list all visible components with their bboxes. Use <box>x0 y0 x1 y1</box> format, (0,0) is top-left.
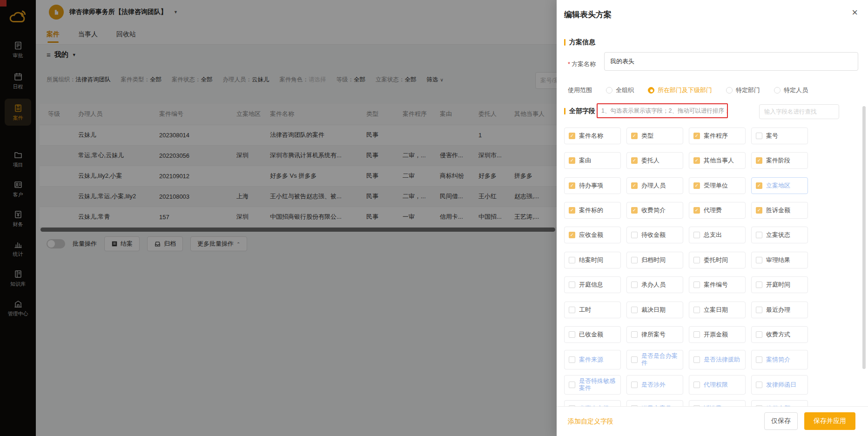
filter-value[interactable]: 全部 <box>354 76 365 83</box>
field-option-已收金额[interactable]: 已收金额 <box>564 326 621 343</box>
field-option-委托时间[interactable]: 委托时间 <box>689 252 746 268</box>
checkbox-icon[interactable] <box>693 356 700 363</box>
checkbox-icon[interactable] <box>569 382 575 388</box>
field-option-案件标的[interactable]: ✓案件标的 <box>564 202 621 219</box>
scope-radio-所在部门及下级部门[interactable]: 所在部门及下级部门 <box>648 86 712 94</box>
filter-value[interactable]: 全部 <box>201 76 213 83</box>
checkbox-icon[interactable]: ✓ <box>756 207 762 214</box>
app-logo-cloud-icon[interactable] <box>0 8 36 28</box>
checkbox-icon[interactable] <box>693 382 700 388</box>
field-option-案件程序[interactable]: ✓案件程序 <box>689 127 746 144</box>
field-option-是否法律援助[interactable]: 是否法律援助 <box>689 350 746 369</box>
batch-toggle[interactable] <box>47 239 65 248</box>
checkbox-icon[interactable]: ✓ <box>693 182 700 189</box>
field-option-最近办理[interactable]: 最近办理 <box>751 302 808 318</box>
field-option-代理费[interactable]: ✓代理费 <box>689 202 746 219</box>
plan-name-input[interactable] <box>604 52 858 71</box>
checkbox-icon[interactable]: ✓ <box>569 182 575 189</box>
checkbox-icon[interactable] <box>631 331 638 338</box>
field-option-开庭信息[interactable]: 开庭信息 <box>564 276 621 293</box>
field-option-承办人员[interactable]: 承办人员 <box>626 276 683 293</box>
checkbox-icon[interactable] <box>756 257 762 263</box>
checkbox-icon[interactable]: ✓ <box>569 207 575 214</box>
field-option-结案时间[interactable]: 结案时间 <box>564 252 621 268</box>
checkbox-icon[interactable]: ✓ <box>631 133 638 139</box>
checkbox-icon[interactable] <box>569 356 575 363</box>
filter-value[interactable]: 云妹儿 <box>252 76 269 83</box>
field-option-案件名称[interactable]: ✓案件名称 <box>564 127 621 144</box>
checkbox-icon[interactable] <box>569 282 575 288</box>
checkbox-icon[interactable]: ✓ <box>569 133 575 139</box>
checkbox-icon[interactable] <box>756 133 762 139</box>
sidebar-item-客户[interactable]: 客户 <box>5 175 31 202</box>
filter-value[interactable]: 全部 <box>405 76 417 83</box>
sidebar-item-财务[interactable]: 财务 <box>5 205 31 232</box>
checkbox-icon[interactable]: ✓ <box>569 157 575 164</box>
more-batch-actions-button[interactable]: 更多批量操作 ⌃ <box>190 236 247 251</box>
field-option-其他当事人[interactable]: ✓其他当事人 <box>689 152 746 169</box>
checkbox-icon[interactable] <box>693 232 700 238</box>
checkbox-icon[interactable] <box>693 257 700 263</box>
checkbox-icon[interactable]: ✓ <box>756 182 762 189</box>
sidebar-item-审批[interactable]: 审批 <box>5 36 31 63</box>
field-option-收费方式[interactable]: 收费方式 <box>751 326 808 343</box>
checkbox-icon[interactable]: ✓ <box>631 157 638 164</box>
checkbox-icon[interactable]: ✓ <box>569 232 575 238</box>
field-option-归档时间[interactable]: 归档时间 <box>626 252 683 268</box>
checkbox-icon[interactable] <box>631 257 638 263</box>
filter-value[interactable]: 全部 <box>150 76 161 83</box>
field-option-是否涉外[interactable]: 是否涉外 <box>626 375 683 395</box>
table-row[interactable]: 云妹儿,lily2,小案202109012好多多 Vs 拼多多民事二审商标纠纷好… <box>40 166 557 186</box>
sidebar-item-案件[interactable]: 案件 <box>5 99 31 126</box>
tab-当事人[interactable]: 当事人 <box>78 24 98 45</box>
checkbox-icon[interactable]: ✓ <box>631 182 638 189</box>
org-dropdown-caret-icon[interactable]: ▼ <box>174 10 178 14</box>
checkbox-icon[interactable]: ✓ <box>756 157 762 164</box>
field-option-案号[interactable]: 案号 <box>751 127 808 144</box>
field-option-案情简介[interactable]: 案情简介 <box>751 350 808 369</box>
field-option-待收金额[interactable]: 待收金额 <box>626 227 683 243</box>
view-switcher[interactable]: ≡ 我的 ▼ <box>47 50 76 59</box>
field-option-开庭时间[interactable]: 开庭时间 <box>751 276 808 293</box>
checkbox-icon[interactable]: ✓ <box>631 207 638 214</box>
scope-radio-特定人员[interactable]: 特定人员 <box>774 86 808 94</box>
archive-button[interactable]: 归档 <box>147 236 183 251</box>
field-option-律所案号[interactable]: 律所案号 <box>626 326 683 343</box>
scope-radio-特定部门[interactable]: 特定部门 <box>726 86 760 94</box>
checkbox-icon[interactable] <box>756 307 762 313</box>
checkbox-icon[interactable] <box>693 307 700 313</box>
checkbox-icon[interactable] <box>631 232 638 238</box>
checkbox-icon[interactable] <box>693 331 700 338</box>
field-option-案由[interactable]: ✓案由 <box>564 152 621 169</box>
filter-expand-button[interactable]: 筛选∨ <box>427 76 444 84</box>
checkbox-icon[interactable] <box>569 257 575 263</box>
checkbox-icon[interactable] <box>756 331 762 338</box>
org-avatar-building-icon[interactable] <box>49 5 64 20</box>
save-and-apply-button[interactable]: 保存并应用 <box>804 412 855 430</box>
tab-案件[interactable]: 案件 <box>47 24 60 45</box>
field-option-审理结果[interactable]: 审理结果 <box>751 252 808 268</box>
drawer-scrollbar[interactable] <box>862 106 866 369</box>
field-option-代理权限[interactable]: 代理权限 <box>689 375 746 395</box>
checkbox-icon[interactable] <box>569 307 575 313</box>
sidebar-item-统计[interactable]: 统计 <box>5 235 31 262</box>
table-row[interactable]: 云妹儿,常青157深圳中国招商银行股份有限公...民事一审信用卡...中国招..… <box>40 207 557 227</box>
field-option-收费简介[interactable]: ✓收费简介 <box>626 202 683 219</box>
checkbox-icon[interactable] <box>631 356 638 363</box>
close-case-button[interactable]: 结案 <box>104 236 140 251</box>
field-option-立案日期[interactable]: 立案日期 <box>689 302 746 318</box>
checkbox-icon[interactable] <box>631 307 638 313</box>
save-only-button[interactable]: 仅保存 <box>764 412 798 430</box>
checkbox-icon[interactable] <box>756 356 762 363</box>
field-option-发律师函日[interactable]: 发律师函日 <box>751 375 808 395</box>
checkbox-icon[interactable] <box>631 382 638 388</box>
sidebar-item-项目[interactable]: 项目 <box>5 146 31 173</box>
field-option-是否是合办案件[interactable]: 是否是合办案件 <box>626 350 683 369</box>
field-option-类型[interactable]: ✓类型 <box>626 127 683 144</box>
filter-value[interactable]: 法律咨询团队 <box>76 76 111 83</box>
filter-value[interactable]: 请选择 <box>309 76 326 83</box>
field-option-立案地区[interactable]: ✓立案地区 <box>751 177 808 194</box>
field-option-委托人[interactable]: ✓委托人 <box>626 152 683 169</box>
field-option-开票金额[interactable]: 开票金额 <box>689 326 746 343</box>
close-icon[interactable]: × <box>852 7 858 18</box>
